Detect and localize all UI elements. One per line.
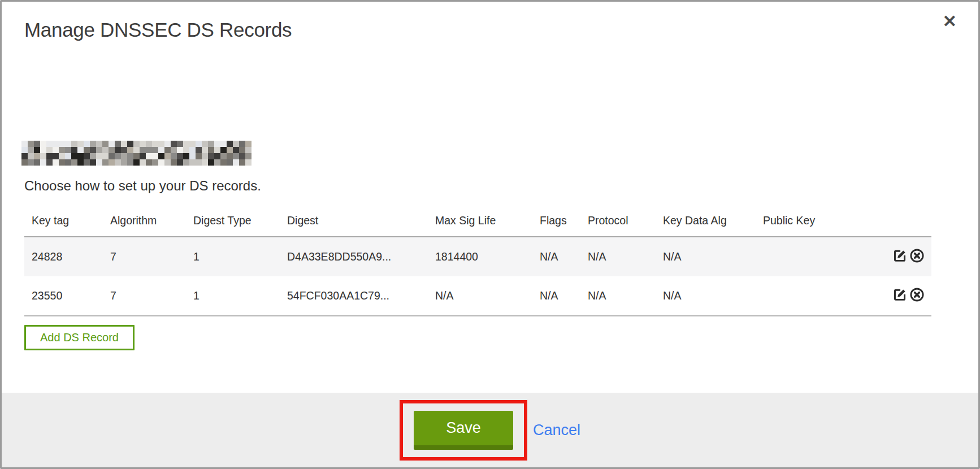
cell-actions bbox=[847, 237, 931, 276]
cell-protocol: N/A bbox=[587, 237, 662, 276]
dnssec-dialog: Manage DNSSEC DS Records ✕ Choose how to… bbox=[0, 0, 980, 469]
cell-public-key bbox=[762, 276, 847, 316]
remove-circle-icon[interactable] bbox=[909, 248, 925, 266]
cell-key-data-alg: N/A bbox=[662, 276, 762, 316]
column-header-algorithm: Algorithm bbox=[109, 203, 192, 237]
column-header-protocol: Protocol bbox=[587, 203, 662, 237]
cell-digest-type: 1 bbox=[192, 276, 286, 316]
cell-key-data-alg: N/A bbox=[662, 237, 762, 276]
remove-circle-icon[interactable] bbox=[909, 287, 925, 305]
column-header-digest-type: Digest Type bbox=[192, 203, 286, 237]
edit-icon[interactable] bbox=[892, 248, 908, 266]
cell-key-tag: 24828 bbox=[24, 237, 109, 276]
table-row: 24828 7 1 D4A33E8DD550A9... 1814400 N/A … bbox=[24, 237, 931, 276]
cell-max-sig-life: 1814400 bbox=[434, 237, 539, 276]
close-icon[interactable]: ✕ bbox=[943, 13, 957, 30]
column-header-public-key: Public Key bbox=[762, 203, 847, 237]
cancel-link[interactable]: Cancel bbox=[533, 422, 580, 439]
dialog-footer: Save Cancel bbox=[2, 393, 978, 467]
column-header-digest: Digest bbox=[286, 203, 434, 237]
cell-algorithm: 7 bbox=[109, 237, 192, 276]
table-row: 23550 7 1 54FCF030AA1C79... N/A N/A N/A … bbox=[24, 276, 931, 316]
column-header-key-data-alg: Key Data Alg bbox=[662, 203, 762, 237]
cell-public-key bbox=[762, 237, 847, 276]
cell-protocol: N/A bbox=[587, 276, 662, 316]
page-title: Manage DNSSEC DS Records bbox=[24, 19, 292, 41]
table-header-row: Key tag Algorithm Digest Type Digest Max… bbox=[24, 203, 931, 237]
save-highlight-annotation: Save bbox=[400, 400, 527, 461]
cell-digest-type: 1 bbox=[192, 237, 286, 276]
cell-digest: 54FCF030AA1C79... bbox=[286, 276, 434, 316]
column-header-flags: Flags bbox=[539, 203, 587, 237]
edit-icon[interactable] bbox=[892, 287, 908, 305]
ds-records-table: Key tag Algorithm Digest Type Digest Max… bbox=[24, 203, 931, 316]
intro-text: Choose how to set up your DS records. bbox=[24, 178, 261, 194]
column-header-max-sig-life: Max Sig Life bbox=[434, 203, 539, 237]
column-header-actions bbox=[847, 203, 931, 237]
cell-key-tag: 23550 bbox=[24, 276, 109, 316]
cell-digest: D4A33E8DD550A9... bbox=[286, 237, 434, 276]
redacted-domain-name bbox=[21, 141, 251, 166]
cell-actions bbox=[847, 276, 931, 316]
cell-flags: N/A bbox=[539, 237, 587, 276]
cell-flags: N/A bbox=[539, 276, 587, 316]
column-header-key-tag: Key tag bbox=[24, 203, 109, 237]
save-button[interactable]: Save bbox=[414, 411, 513, 450]
cell-max-sig-life: N/A bbox=[434, 276, 539, 316]
add-ds-record-button[interactable]: Add DS Record bbox=[24, 325, 135, 350]
cell-algorithm: 7 bbox=[109, 276, 192, 316]
